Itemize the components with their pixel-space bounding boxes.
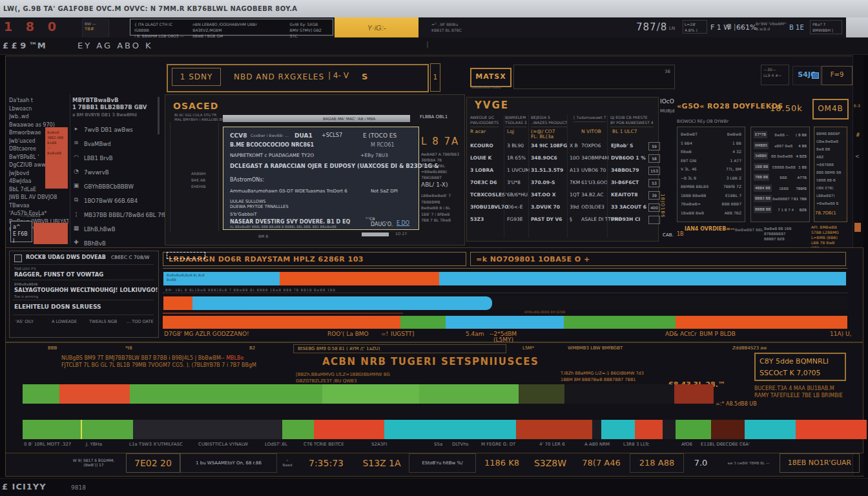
sidebar-item[interactable]: Da'taah t bbox=[9, 97, 68, 105]
sidebar-menu-item[interactable]: ◔ 7wvwrvB bbox=[72, 167, 161, 181]
table-column-header[interactable]: BEJEGIA 5 ..WAZES PRODUCT bbox=[531, 115, 568, 127]
bottom-toolbar-item[interactable]: S13Z 1A bbox=[355, 453, 409, 473]
card-a-row[interactable]: 1BBB BBwBBE1BBL 7 bbox=[681, 191, 741, 200]
bar-segment[interactable] bbox=[23, 384, 59, 404]
panel-footer-2[interactable]: A LOWEADE bbox=[52, 319, 77, 324]
table-column-header[interactable]: DJ EGIB CB PRESTE BY POB KUBESWEST 4 bbox=[610, 115, 654, 127]
track-clip[interactable] bbox=[564, 316, 676, 329]
card-a-row[interactable]: EBT GNI1 A77 bbox=[681, 156, 741, 165]
sidebar-item[interactable]: Lbwoacn bbox=[9, 105, 68, 114]
bottom-toolbar-item[interactable]: EStoB'ru hItBw %/ bbox=[409, 453, 476, 473]
blue-tag-box[interactable]: S4J6 bbox=[792, 66, 821, 85]
bottom-toolbar-item[interactable]: ° Bawd bbox=[277, 453, 298, 473]
sidebar-menu-item[interactable]: ◠ LBB1 BrvB bbox=[72, 152, 161, 167]
panel-footer-4[interactable]: ... TOO OATE bbox=[127, 319, 154, 324]
card-c-row[interactable]: GBw.BwBwB bbox=[816, 138, 845, 145]
table-column-header[interactable]: [ 7adamawawt 7 bbox=[574, 115, 606, 122]
track-clip[interactable] bbox=[676, 316, 847, 329]
card-b-row[interactable]: E7*7BBwBB --( B BB bbox=[754, 130, 807, 141]
rail-collapse-icon[interactable]: < bbox=[855, 154, 860, 160]
bar-segment[interactable] bbox=[322, 384, 419, 404]
table-row[interactable]: 3 LOBRA 1 UVCUM 31.51.3.5T9 A13 UVBO6 70… bbox=[466, 165, 657, 178]
card-a-row[interactable]: BwBwBTBwBwB bbox=[681, 130, 741, 139]
bottom-toolbar-item[interactable]: 1186 K8 bbox=[476, 453, 528, 473]
card-b-row[interactable]: BBB3 BBBwBBBBT 7B1 7BB bbox=[754, 194, 807, 205]
sidebar-gray-box[interactable]: a^ E F6B I bbox=[10, 221, 32, 242]
track-clip[interactable] bbox=[192, 296, 492, 310]
bottom-toolbar-item[interactable]: W 9( 5B17 6 8GDMM, (BwB')] 17 bbox=[61, 453, 126, 473]
yellow-button[interactable]: Y·iG:- bbox=[335, 17, 418, 37]
card-a-row[interactable]: 1BwBB BwBABB 7BZ bbox=[681, 209, 741, 218]
timeline-panel-row4[interactable]: ELEHITELU DOSN SLRUESS bbox=[14, 304, 101, 310]
checkbox-icon[interactable] bbox=[14, 254, 22, 262]
bar-segment[interactable] bbox=[676, 420, 711, 439]
card-b-row[interactable]: 7BB BBBBBA77B bbox=[754, 172, 807, 183]
bottom-toolbar-item[interactable]: 7:35:73 bbox=[298, 453, 355, 473]
f9-box[interactable]: F=9 bbox=[822, 66, 852, 85]
card-c-row[interactable]: OBK E7B) bbox=[816, 184, 845, 192]
subheader-empty-box[interactable]: 36 bbox=[513, 65, 675, 89]
bar-segment[interactable] bbox=[384, 420, 516, 439]
timeline-ruler-2[interactable] bbox=[163, 293, 847, 295]
bar-segment[interactable] bbox=[130, 384, 322, 404]
bottom-toolbar-item[interactable]: 78(7 A46 bbox=[573, 453, 630, 473]
bar-segment[interactable] bbox=[23, 420, 133, 439]
subheader-one-box[interactable]: 1 bbox=[430, 63, 440, 92]
toolbar-info-box[interactable]: { ITA DLAGT CTH IC IGBBBB | B. BBWHM LGB… bbox=[130, 19, 333, 36]
card-b-row[interactable]: 3dBB8BB BwBwBB4 BZB bbox=[754, 151, 807, 162]
lower-strip-box[interactable]: BtSEBG 8M9 0:58 81 ( AYM /(' 1aZU) bbox=[293, 344, 506, 353]
card-c-row[interactable]: ABZ bbox=[816, 153, 845, 161]
timeline-footer-label[interactable]: D7G8' MG AZLR GODZZANO! bbox=[164, 331, 249, 337]
bar-segment[interactable] bbox=[133, 420, 282, 439]
table-row[interactable]: KCOURO 3 BL90 34 9IC 108FG X B 7OXPO6 EJ… bbox=[466, 141, 657, 153]
center-bottom-thumb[interactable] bbox=[362, 232, 389, 236]
timeline-header-box-2[interactable]: =k NO7O9801 1OBA5E O + bbox=[470, 252, 846, 266]
timeline-footer-label[interactable]: AD& ACtCr bbox=[665, 331, 697, 337]
sidebar-menu-item[interactable]: ⧉ 1BO7BwW 66B.6B4 bbox=[72, 195, 161, 209]
table-column-header[interactable]: AWEOUE DC PWLIOGOBETS bbox=[470, 115, 499, 127]
track-clip[interactable] bbox=[163, 296, 192, 310]
bar-segment[interactable] bbox=[592, 420, 601, 439]
card-c-row[interactable]: BwB BB bbox=[816, 145, 845, 153]
table-subcolumn[interactable]: (=@/ CO7 FL: BL(3a bbox=[531, 129, 555, 140]
lower-strip-item[interactable]: ZddBB4S23 aw bbox=[732, 346, 767, 351]
panel-footer-3[interactable]: TWEALS NGB bbox=[89, 319, 117, 324]
track-clip[interactable] bbox=[446, 316, 564, 329]
bar-segment[interactable] bbox=[711, 420, 745, 439]
card-a-row[interactable]: ~B 3L B3 LBB Z bbox=[681, 174, 741, 183]
sidebar-menu-item[interactable]: ▸ 7wvB DB1 awBws bbox=[72, 124, 161, 138]
bar-segment[interactable] bbox=[635, 420, 663, 439]
timeline-panel-row2[interactable]: RAGGER, FUNST OT VOWTAG bbox=[14, 271, 103, 278]
sidebar-item[interactable]: TBwvaa bbox=[9, 202, 68, 211]
timeline-panel-row3[interactable]: SALYAGTOUGHOH WECLTNOUHGJ! LOLKIUVGO! bbox=[14, 287, 158, 293]
card-c-row[interactable]: BBB BBMB BB bbox=[816, 169, 845, 176]
timeline-footer-label[interactable]: =! bbox=[381, 331, 388, 337]
rail-e3-label[interactable]: E-3 bbox=[854, 103, 860, 108]
tab-labels[interactable]: EY AG ABO K bbox=[78, 41, 153, 50]
track-clip[interactable] bbox=[163, 316, 400, 329]
sidebar-item[interactable]: JWB BL AV DBVJO8 bbox=[9, 194, 68, 202]
track-clip[interactable] bbox=[439, 272, 846, 285]
dialog-link[interactable]: E DO bbox=[397, 220, 409, 226]
timeline-selection-box[interactable] bbox=[167, 252, 205, 259]
matsx-button[interactable]: MATSX bbox=[470, 68, 512, 87]
bar-segment[interactable] bbox=[745, 420, 796, 439]
timeline-footer-label[interactable]: ROO'( La BMO bbox=[327, 331, 369, 337]
card-c-row[interactable]: LBBwBB7) bbox=[816, 192, 845, 200]
table-row[interactable]: 7OE3C D6 3'U*8 370.09-S 7KM 61'U3.6OO 3I… bbox=[466, 178, 657, 190]
bottom-toolbar-item[interactable]: 218 A88 bbox=[630, 453, 684, 473]
lower-strip-item[interactable]: BBB bbox=[48, 346, 57, 351]
bottom-toolbar-item[interactable]: 1 bu WSAAMEtoY On, 68 r.86 bbox=[180, 453, 277, 473]
center-scrollbar[interactable] bbox=[223, 115, 410, 122]
bar-segment[interactable] bbox=[796, 420, 867, 439]
rail-hash-icon[interactable]: # bbox=[856, 132, 860, 138]
bar-segment[interactable] bbox=[516, 420, 592, 439]
table-subcolumn[interactable]: Lqj bbox=[507, 129, 514, 134]
timeline-footer-label[interactable]: BUM P BLDB bbox=[699, 331, 736, 337]
bottom-toolbar-item[interactable]: 18EB NO1R'GUAR bbox=[780, 453, 860, 473]
track-clip[interactable] bbox=[280, 272, 439, 285]
table-row[interactable]: LOUIE K 1R 65% 348.9OC6 10O 34OBMP4M DVB… bbox=[466, 153, 657, 165]
card-b-row[interactable]: 6MBB5aBB7 BwB4 BB bbox=[754, 141, 807, 152]
bar-segment[interactable] bbox=[519, 384, 564, 404]
om4b-button[interactable]: OM4B bbox=[812, 99, 849, 119]
